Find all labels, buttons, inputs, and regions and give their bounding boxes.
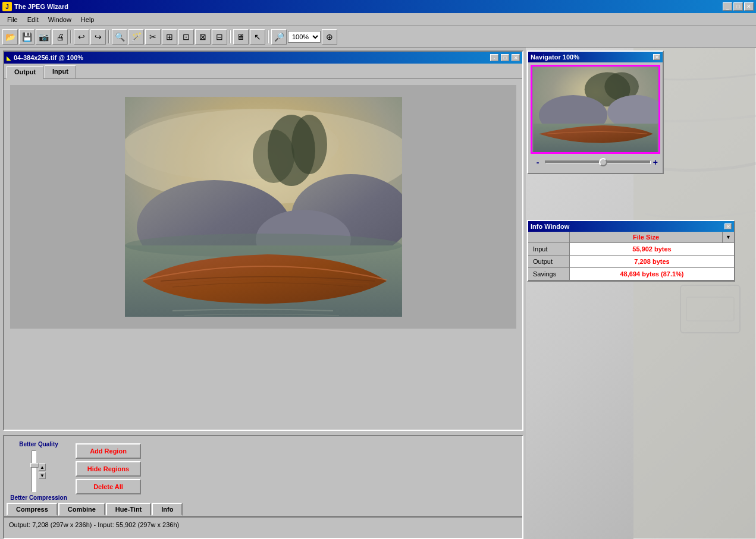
zoom-slider-thumb[interactable] [599, 158, 607, 166]
capture-button[interactable]: 📷 [36, 29, 51, 45]
menu-file[interactable]: File [2, 15, 23, 24]
scene-svg [125, 97, 402, 317]
info-savings-label: Savings [528, 268, 570, 280]
menu-edit[interactable]: Edit [23, 15, 43, 24]
info-window-titlebar: Info Window ✕ [528, 221, 734, 232]
title-bar-controls: _ □ ✕ [723, 2, 754, 11]
better-compression-label: Better Compression [10, 494, 67, 502]
image-window-title: 04-384x256.tif @ 100% [14, 54, 488, 61]
status-text: Output: 7,208 (297w x 236h) - Input: 55,… [9, 521, 179, 528]
tab-hue-tint[interactable]: Hue-Tint [106, 503, 151, 516]
region-buttons: Add Region Hide Regions Delete All [73, 441, 143, 497]
info-input-label: Input [528, 243, 570, 255]
zoom-slider-track[interactable] [545, 160, 651, 164]
magnify-button[interactable]: 🔎 [271, 29, 287, 45]
slider-container: ▲ ▼ [32, 450, 46, 492]
info-header-row: File Size ▼ [528, 232, 734, 243]
print-button[interactable]: 🖨 [52, 29, 68, 45]
svg-point-5 [253, 130, 294, 183]
minimize-button[interactable]: _ [723, 2, 732, 11]
separator-2 [108, 30, 109, 43]
layer3-button[interactable]: ⊟ [212, 29, 227, 45]
cursor-button[interactable]: ↖ [250, 29, 265, 45]
slider-up-arrow[interactable]: ▲ [39, 464, 46, 471]
info-close-button[interactable]: ✕ [724, 223, 732, 229]
image-maximize-button[interactable]: □ [501, 54, 509, 61]
tab-combine[interactable]: Combine [58, 503, 105, 516]
tab-input[interactable]: Input [45, 65, 76, 78]
menu-bar: File Edit Window Help [0, 13, 756, 26]
image-window-titlebar: ◣ 04-384x256.tif @ 100% - □ ✕ [4, 52, 522, 64]
info-row-input: Input 55,902 bytes [528, 243, 734, 256]
main-area: ◣ 04-384x256.tif @ 100% - □ ✕ Output Inp… [0, 48, 756, 539]
info-row-savings: Savings 48,694 bytes (87.1%) [528, 268, 734, 280]
image-minimize-button[interactable]: - [490, 54, 498, 61]
info-empty-header [528, 232, 570, 242]
right-panel: Navigator 100% ✕ [526, 48, 756, 539]
image-window: ◣ 04-384x256.tif @ 100% - □ ✕ Output Inp… [3, 51, 523, 431]
zoom-in-button[interactable]: 🔍 [112, 29, 127, 45]
menu-window[interactable]: Window [43, 15, 76, 24]
left-panel: ◣ 04-384x256.tif @ 100% - □ ✕ Output Inp… [0, 48, 526, 539]
grid-button[interactable]: ⊞ [162, 29, 177, 45]
image-preview [125, 97, 402, 317]
monitor-button[interactable]: 🖥 [233, 29, 249, 45]
navigator-titlebar: Navigator 100% ✕ [528, 52, 663, 62]
info-row-output: Output 7,208 bytes [528, 256, 734, 268]
zoom-plus-button[interactable]: + [653, 157, 658, 167]
zoom-fit-button[interactable]: ⊕ [322, 29, 337, 45]
navigator-close-button[interactable]: ✕ [653, 54, 660, 60]
status-bar: Output: 7,208 (297w x 236h) - Input: 55,… [4, 517, 522, 531]
zoom-control: 100% ⊕ [288, 29, 337, 45]
info-savings-value: 48,694 bytes (87.1%) [570, 268, 734, 280]
redo-button[interactable]: ↪ [90, 29, 106, 45]
menu-help[interactable]: Help [76, 15, 99, 24]
info-output-value: 7,208 bytes [570, 256, 734, 267]
quality-slider-thumb[interactable] [30, 463, 39, 468]
delete-all-button[interactable]: Delete All [76, 479, 141, 494]
magic-button[interactable]: 🪄 [128, 29, 144, 45]
open-folder-button[interactable]: 📂 [2, 29, 18, 45]
toolbar: 📂 💾 📷 🖨 ↩ ↪ 🔍 🪄 ✂ ⊞ ⊡ ⊠ ⊟ 🖥 ↖ 🔎 100% ⊕ [0, 26, 756, 48]
navigator-window: Navigator 100% ✕ [527, 51, 664, 174]
zoom-select[interactable]: 100% [288, 31, 321, 43]
slider-down-arrow[interactable]: ▼ [39, 472, 46, 479]
app-title: The JPEG Wizard [14, 3, 720, 10]
controls-panel: Better Quality ▲ ▼ Better Compression Ov… [3, 435, 523, 539]
zoom-minus-button[interactable]: - [533, 157, 542, 167]
save-button[interactable]: 💾 [19, 29, 34, 45]
maximize-button[interactable]: □ [733, 2, 743, 11]
svg-point-4 [291, 115, 327, 174]
tab-output[interactable]: Output [7, 66, 43, 79]
undo-button[interactable]: ↩ [74, 29, 89, 45]
layer1-button[interactable]: ⊡ [178, 29, 194, 45]
navigator-zoom-control: - + [531, 154, 660, 171]
image-canvas [10, 85, 516, 329]
svg-point-10 [125, 234, 402, 257]
tab-info[interactable]: Info [152, 503, 183, 516]
crop-button[interactable]: ✂ [145, 29, 161, 45]
info-output-label: Output [528, 256, 570, 267]
info-window: Info Window ✕ File Size ▼ Input 55,902 b… [527, 220, 735, 282]
app-icon: J [2, 2, 12, 11]
separator-1 [70, 30, 71, 43]
add-region-button[interactable]: Add Region [76, 443, 141, 459]
hide-regions-button[interactable]: Hide Regions [76, 461, 141, 477]
info-file-size-header: File Size [570, 232, 722, 242]
slider-arrows: ▲ ▼ [39, 464, 46, 479]
info-dropdown-button[interactable]: ▼ [722, 232, 734, 242]
layer2-button[interactable]: ⊠ [195, 29, 211, 45]
title-bar: J The JPEG Wizard _ □ ✕ [0, 0, 756, 13]
separator-3 [230, 30, 231, 43]
tab-compress[interactable]: Compress [7, 503, 58, 516]
navigator-content: - + [528, 62, 663, 173]
close-button[interactable]: ✕ [744, 2, 754, 11]
image-close-button[interactable]: ✕ [512, 54, 520, 61]
compress-controls: Better Quality ▲ ▼ Better Compression Ov… [4, 436, 522, 502]
info-input-value: 55,902 bytes [570, 243, 734, 255]
quality-slider-area: Better Quality ▲ ▼ Better Compression Ov… [9, 441, 68, 497]
navigator-preview [531, 65, 660, 154]
quality-slider-track[interactable] [32, 450, 36, 492]
navigator-title: Navigator 100% [531, 53, 651, 61]
navigator-preview-svg [532, 67, 658, 152]
